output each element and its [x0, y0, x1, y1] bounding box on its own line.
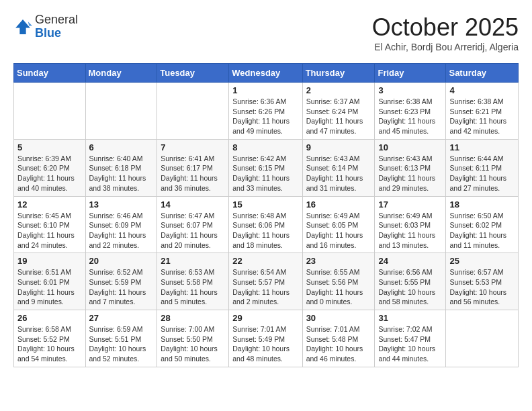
day-number: 20 [89, 256, 154, 266]
day-detail: Sunrise: 6:47 AM Sunset: 6:07 PM Dayligh… [161, 211, 225, 250]
day-detail: Sunrise: 6:53 AM Sunset: 5:58 PM Dayligh… [161, 267, 225, 307]
day-detail: Sunrise: 6:38 AM Sunset: 6:23 PM Dayligh… [378, 97, 442, 136]
day-detail: Sunrise: 6:39 AM Sunset: 6:20 PM Dayligh… [17, 154, 82, 193]
calendar-week-row: 1Sunrise: 6:36 AM Sunset: 6:26 PM Daylig… [14, 83, 519, 140]
logo: General Blue [13, 13, 78, 40]
day-of-week-header: Saturday [446, 64, 519, 83]
day-detail: Sunrise: 6:37 AM Sunset: 6:24 PM Dayligh… [306, 97, 371, 136]
calendar-cell: 21Sunrise: 6:53 AM Sunset: 5:58 PM Dayli… [157, 253, 229, 310]
day-number: 10 [378, 142, 442, 152]
day-header-row: SundayMondayTuesdayWednesdayThursdayFrid… [14, 64, 519, 83]
calendar-cell: 16Sunrise: 6:49 AM Sunset: 6:05 PM Dayli… [302, 196, 375, 253]
day-detail: Sunrise: 7:01 AM Sunset: 5:49 PM Dayligh… [232, 324, 298, 364]
calendar-cell: 1Sunrise: 6:36 AM Sunset: 6:26 PM Daylig… [229, 83, 302, 140]
calendar-cell: 2Sunrise: 6:37 AM Sunset: 6:24 PM Daylig… [302, 83, 375, 140]
day-detail: Sunrise: 6:56 AM Sunset: 5:55 PM Dayligh… [378, 267, 442, 307]
calendar-cell: 29Sunrise: 7:01 AM Sunset: 5:49 PM Dayli… [229, 310, 302, 367]
calendar-cell: 26Sunrise: 6:58 AM Sunset: 5:52 PM Dayli… [14, 310, 86, 367]
day-number: 19 [17, 256, 82, 266]
calendar-cell: 9Sunrise: 6:43 AM Sunset: 6:14 PM Daylig… [302, 139, 375, 196]
calendar-week-row: 12Sunrise: 6:45 AM Sunset: 6:10 PM Dayli… [14, 196, 519, 253]
day-number: 28 [161, 313, 225, 323]
day-of-week-header: Wednesday [229, 64, 302, 83]
calendar-cell: 6Sunrise: 6:40 AM Sunset: 6:18 PM Daylig… [85, 139, 157, 196]
day-detail: Sunrise: 6:40 AM Sunset: 6:18 PM Dayligh… [89, 154, 154, 193]
calendar-cell [157, 83, 229, 140]
day-detail: Sunrise: 6:49 AM Sunset: 6:03 PM Dayligh… [378, 211, 442, 250]
calendar-week-row: 19Sunrise: 6:51 AM Sunset: 6:01 PM Dayli… [14, 253, 519, 310]
day-detail: Sunrise: 6:50 AM Sunset: 6:02 PM Dayligh… [449, 211, 515, 250]
svg-marker-0 [15, 19, 30, 34]
day-number: 13 [89, 199, 154, 210]
day-detail: Sunrise: 6:42 AM Sunset: 6:15 PM Dayligh… [232, 154, 298, 193]
day-detail: Sunrise: 6:59 AM Sunset: 5:51 PM Dayligh… [89, 324, 154, 364]
calendar-cell: 13Sunrise: 6:46 AM Sunset: 6:09 PM Dayli… [85, 196, 157, 253]
day-detail: Sunrise: 6:52 AM Sunset: 5:59 PM Dayligh… [89, 267, 154, 307]
day-number: 12 [17, 199, 82, 210]
day-detail: Sunrise: 6:48 AM Sunset: 6:06 PM Dayligh… [232, 211, 298, 250]
day-detail: Sunrise: 7:02 AM Sunset: 5:47 PM Dayligh… [378, 324, 442, 364]
day-number: 23 [306, 256, 371, 266]
calendar-cell: 31Sunrise: 7:02 AM Sunset: 5:47 PM Dayli… [375, 310, 446, 367]
day-number: 5 [17, 142, 82, 152]
day-number: 16 [306, 199, 371, 210]
logo-general: General [35, 13, 78, 26]
calendar-cell [14, 83, 86, 140]
day-detail: Sunrise: 6:38 AM Sunset: 6:21 PM Dayligh… [449, 97, 515, 136]
calendar-cell: 15Sunrise: 6:48 AM Sunset: 6:06 PM Dayli… [229, 196, 302, 253]
calendar-cell: 24Sunrise: 6:56 AM Sunset: 5:55 PM Dayli… [375, 253, 446, 310]
calendar-cell: 12Sunrise: 6:45 AM Sunset: 6:10 PM Dayli… [14, 196, 86, 253]
calendar-cell: 27Sunrise: 6:59 AM Sunset: 5:51 PM Dayli… [85, 310, 157, 367]
calendar-table: SundayMondayTuesdayWednesdayThursdayFrid… [13, 63, 519, 367]
calendar-week-row: 5Sunrise: 6:39 AM Sunset: 6:20 PM Daylig… [14, 139, 519, 196]
calendar-cell [85, 83, 157, 140]
calendar-cell: 23Sunrise: 6:55 AM Sunset: 5:56 PM Dayli… [302, 253, 375, 310]
calendar-cell: 22Sunrise: 6:54 AM Sunset: 5:57 PM Dayli… [229, 253, 302, 310]
day-number: 29 [232, 313, 298, 323]
calendar-cell: 10Sunrise: 6:43 AM Sunset: 6:13 PM Dayli… [375, 139, 446, 196]
logo-blue: Blue [35, 26, 61, 40]
day-detail: Sunrise: 6:57 AM Sunset: 5:53 PM Dayligh… [449, 267, 515, 307]
day-of-week-header: Thursday [302, 64, 375, 83]
day-of-week-header: Tuesday [157, 64, 229, 83]
calendar-cell: 20Sunrise: 6:52 AM Sunset: 5:59 PM Dayli… [85, 253, 157, 310]
day-detail: Sunrise: 6:43 AM Sunset: 6:14 PM Dayligh… [306, 154, 371, 193]
day-number: 17 [378, 199, 442, 210]
day-detail: Sunrise: 6:41 AM Sunset: 6:17 PM Dayligh… [161, 154, 225, 193]
day-detail: Sunrise: 6:49 AM Sunset: 6:05 PM Dayligh… [306, 211, 371, 250]
day-detail: Sunrise: 6:44 AM Sunset: 6:11 PM Dayligh… [449, 154, 515, 193]
day-number: 9 [306, 142, 371, 152]
day-number: 14 [161, 199, 225, 210]
calendar-cell: 19Sunrise: 6:51 AM Sunset: 6:01 PM Dayli… [14, 253, 86, 310]
svg-marker-1 [28, 21, 32, 26]
calendar-header: SundayMondayTuesdayWednesdayThursdayFrid… [14, 64, 519, 83]
day-detail: Sunrise: 7:00 AM Sunset: 5:50 PM Dayligh… [161, 324, 225, 364]
day-number: 18 [449, 199, 515, 210]
day-number: 3 [378, 85, 442, 95]
calendar-cell: 28Sunrise: 7:00 AM Sunset: 5:50 PM Dayli… [157, 310, 229, 367]
calendar-cell: 5Sunrise: 6:39 AM Sunset: 6:20 PM Daylig… [14, 139, 86, 196]
day-number: 25 [449, 256, 515, 266]
month-title: October 2025 [372, 13, 519, 42]
day-number: 24 [378, 256, 442, 266]
calendar-week-row: 26Sunrise: 6:58 AM Sunset: 5:52 PM Dayli… [14, 310, 519, 367]
day-detail: Sunrise: 6:58 AM Sunset: 5:52 PM Dayligh… [17, 324, 82, 364]
day-number: 6 [89, 142, 154, 152]
day-detail: Sunrise: 6:36 AM Sunset: 6:26 PM Dayligh… [232, 97, 298, 136]
day-number: 26 [17, 313, 82, 323]
day-detail: Sunrise: 6:45 AM Sunset: 6:10 PM Dayligh… [17, 211, 82, 250]
calendar-cell: 7Sunrise: 6:41 AM Sunset: 6:17 PM Daylig… [157, 139, 229, 196]
calendar-cell: 14Sunrise: 6:47 AM Sunset: 6:07 PM Dayli… [157, 196, 229, 253]
day-number: 15 [232, 199, 298, 210]
logo-text: General Blue [35, 13, 78, 40]
day-number: 11 [449, 142, 515, 152]
location: El Achir, Bordj Bou Arreridj, Algeria [372, 42, 519, 52]
calendar-cell [446, 310, 519, 367]
day-detail: Sunrise: 6:43 AM Sunset: 6:13 PM Dayligh… [378, 154, 442, 193]
logo-icon [13, 17, 32, 36]
calendar-cell: 18Sunrise: 6:50 AM Sunset: 6:02 PM Dayli… [446, 196, 519, 253]
day-detail: Sunrise: 7:01 AM Sunset: 5:48 PM Dayligh… [306, 324, 371, 364]
day-number: 1 [232, 85, 298, 95]
calendar-cell: 3Sunrise: 6:38 AM Sunset: 6:23 PM Daylig… [375, 83, 446, 140]
day-number: 30 [306, 313, 371, 323]
